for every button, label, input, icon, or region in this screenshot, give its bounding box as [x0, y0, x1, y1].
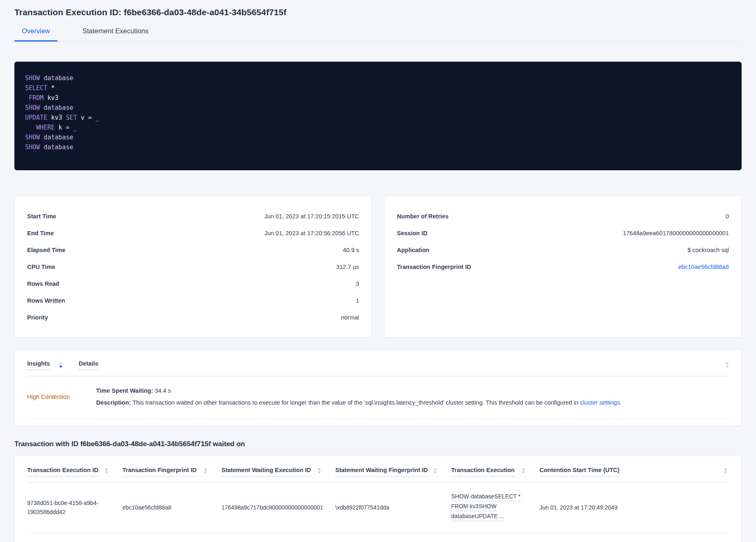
tab-overview[interactable]: Overview — [14, 27, 58, 42]
summary-label: Priority — [27, 314, 48, 321]
waited-on-table-header: Transaction Execution ID Transaction Fin… — [27, 456, 729, 483]
sql-line: UPDATE kv3 SET v = _ — [25, 113, 731, 123]
transaction-execution-page: Transaction Execution ID: f6be6366-da03-… — [0, 0, 756, 542]
summary-value: Jun 01, 2023 at 17:20:15:2015 UTC — [264, 213, 359, 220]
summary-value: normal — [341, 314, 359, 321]
sql-line: WHERE k = _ — [25, 123, 731, 132]
sql-line: SHOW database — [25, 132, 731, 142]
sql-code: SHOW databaseSELECT * FROM kv3SHOW datab… — [25, 73, 731, 152]
summary-row: Elapsed Time40.9 s — [27, 241, 359, 258]
column-header-label[interactable]: Statement Waiting Execution ID — [221, 467, 311, 477]
details-column-header[interactable]: Details — [79, 360, 99, 370]
waited-on-heading: Transaction with ID f6be6366-da03-48de-a… — [14, 440, 742, 448]
waited-on-table-card: Transaction Execution ID Transaction Fin… — [14, 456, 742, 542]
description-text: This transaction waited on other transac… — [133, 399, 580, 406]
cluster-settings-link[interactable]: cluster settings — [580, 399, 620, 406]
transaction-execution-link[interactable]: databaseUPDATE ... — [451, 512, 504, 521]
column-header-label[interactable]: Transaction Execution ID — [27, 467, 98, 477]
summary-label: Start Time — [27, 213, 56, 220]
summary-value: 0 — [726, 213, 729, 220]
summary-value: 3 — [356, 280, 359, 287]
cell-statement-waiting-execution-id: 176498a9c717bdc80000000000000001 — [221, 503, 335, 512]
sort-icon[interactable] — [522, 467, 525, 474]
transaction-execution-link[interactable]: FROM kv3SHOW — [451, 503, 496, 511]
summary-row: Session ID17648a9eea60178000000000000000… — [397, 225, 729, 241]
summary-cards: Start TimeJun 01, 2023 at 17:20:15:2015 … — [14, 196, 742, 338]
summary-row: Number of Retries0 — [397, 208, 729, 225]
summary-label: Rows Read — [27, 280, 59, 287]
summary-row: Application$ cockroach sql — [397, 241, 729, 258]
cell-contention-start-time: Jun 01, 2023 at 17:20:49:2049 — [539, 503, 729, 512]
insight-row: High Contention Time Spent Waiting:34.4 … — [27, 376, 729, 419]
column-contention-start-time: Contention Start Time (UTC) — [539, 467, 729, 477]
insight-description-line: Description:This transaction waited on o… — [96, 399, 729, 406]
description-label: Description: — [96, 399, 131, 406]
summary-row: Rows Read3 — [27, 275, 359, 292]
insight-details: Time Spent Waiting:34.4 s Description:Th… — [96, 387, 729, 406]
transaction-fingerprint-link[interactable]: ebc10ae56cfd88a8 — [678, 264, 729, 270]
time-spent-waiting-label: Time Spent Waiting: — [96, 387, 153, 394]
column-statement-waiting-fingerprint-id: Statement Waiting Fingerprint ID — [335, 467, 451, 477]
page-title: Transaction Execution ID: f6be6366-da03-… — [14, 7, 742, 17]
column-statement-waiting-execution-id: Statement Waiting Execution ID — [221, 467, 335, 477]
summary-value: Jun 01, 2023 at 17:20:56:2056 UTC — [264, 230, 359, 236]
cell-transaction-execution: SHOW databaseSELECT * FROM kv3SHOW datab… — [451, 493, 539, 522]
summary-row: Rows Written1 — [27, 292, 359, 309]
cell-statement-waiting-fingerprint-id: \xdb8922f077541dda — [335, 503, 451, 512]
summary-label: Application — [397, 247, 429, 253]
sort-icon[interactable] — [318, 467, 321, 474]
sort-icon[interactable] — [59, 361, 62, 368]
time-spent-waiting-line: Time Spent Waiting:34.4 s — [96, 387, 729, 394]
summary-value: 312.7 µs — [336, 264, 359, 270]
column-transaction-fingerprint-id: Transaction Fingerprint ID — [122, 467, 221, 477]
cell-transaction-execution-id: 9738d051-bc0e-4158-a9b4-1903586ddd42 — [27, 498, 122, 517]
insights-table-header: Insights Details — [27, 350, 729, 376]
sql-statements-box: SHOW databaseSELECT * FROM kv3SHOW datab… — [14, 62, 742, 170]
summary-label: Rows Written — [27, 297, 65, 304]
transaction-execution-link[interactable]: SHOW databaseSELECT * — [451, 493, 521, 501]
summary-value: 17648a9eea6017800000000000000001 — [623, 230, 729, 236]
summary-label: Session ID — [397, 230, 427, 236]
sort-icon[interactable] — [724, 467, 727, 474]
sort-icon[interactable] — [105, 467, 108, 474]
column-header-label[interactable]: Transaction Execution — [451, 467, 515, 477]
time-spent-waiting-value: 34.4 s — [155, 387, 171, 394]
summary-value: $ cockroach sql — [687, 247, 729, 253]
column-header-label[interactable]: Statement Waiting Fingerprint ID — [335, 467, 428, 477]
sql-line: SHOW database — [25, 142, 731, 152]
insights-column-header[interactable]: Insights — [27, 360, 50, 370]
execution-summary-card: Start TimeJun 01, 2023 at 17:20:15:2015 … — [14, 196, 372, 338]
cell-transaction-fingerprint-id: ebc10ae56cfd88a8 — [122, 503, 221, 512]
execution-summary-rows: Start TimeJun 01, 2023 at 17:20:15:2015 … — [27, 208, 359, 326]
summary-value: 1 — [356, 297, 359, 304]
summary-row: Transaction Fingerprint IDebc10ae56cfd88… — [397, 258, 729, 275]
description-suffix: . — [620, 399, 622, 406]
column-transaction-execution: Transaction Execution — [451, 467, 539, 477]
insight-type-badge: High Contention — [27, 387, 96, 406]
session-summary-rows: Number of Retries0Session ID17648a9eea60… — [397, 208, 729, 275]
waited-on-table-row: 9738d051-bc0e-4158-a9b4-1903586ddd42 ebc… — [27, 483, 729, 533]
session-summary-card: Number of Retries0Session ID17648a9eea60… — [384, 196, 742, 338]
sql-line: SHOW database — [25, 73, 731, 83]
sort-icon[interactable] — [726, 361, 729, 368]
insights-table-card: Insights Details High Contention Time Sp… — [14, 350, 742, 426]
tab-bar: Overview Statement Executions — [14, 27, 742, 42]
column-transaction-execution-id: Transaction Execution ID — [27, 467, 122, 477]
summary-label: Transaction Fingerprint ID — [397, 264, 471, 270]
summary-label: End Time — [27, 230, 54, 236]
summary-label: CPU Time — [27, 264, 55, 270]
summary-label: Number of Retries — [397, 213, 449, 220]
summary-row: End TimeJun 01, 2023 at 17:20:56:2056 UT… — [27, 225, 359, 241]
column-header-label[interactable]: Contention Start Time (UTC) — [539, 467, 620, 477]
summary-value: 40.9 s — [343, 247, 360, 253]
sql-line: SELECT * — [25, 83, 731, 93]
tab-statement-executions[interactable]: Statement Executions — [75, 27, 156, 42]
column-header-label[interactable]: Transaction Fingerprint ID — [122, 467, 196, 477]
sort-icon[interactable] — [204, 467, 207, 474]
summary-row: Prioritynormal — [27, 309, 359, 326]
sort-icon[interactable] — [433, 467, 437, 474]
summary-row: Start TimeJun 01, 2023 at 17:20:15:2015 … — [27, 208, 359, 225]
sql-line: SHOW database — [25, 103, 731, 113]
summary-label: Elapsed Time — [27, 247, 65, 253]
sql-line: FROM kv3 — [25, 93, 731, 103]
